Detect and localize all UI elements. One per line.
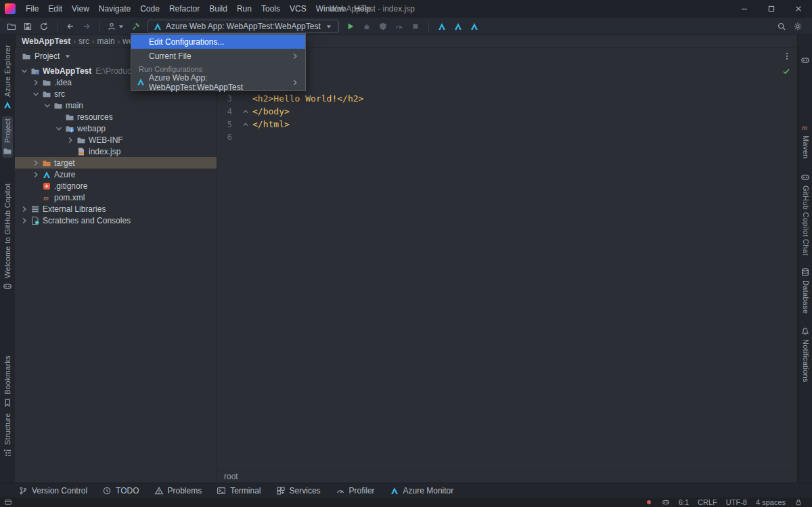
tree-item-main[interactable]: main — [15, 100, 217, 111]
inspections-ok-icon[interactable] — [782, 66, 791, 76]
breadcrumb-webapptest[interactable]: WebAppTest — [22, 37, 70, 46]
fold-marker-icon[interactable] — [241, 120, 250, 129]
tree-item--gitignore[interactable]: .gitignore — [15, 180, 217, 192]
minimize-icon — [740, 4, 749, 14]
editor-line[interactable]: 3<h2>Hello World!</h2> — [217, 92, 797, 105]
toolwindow-button-label: Problems — [168, 486, 202, 495]
breadcrumb-separator: › — [73, 37, 76, 45]
editor-line[interactable]: 5</html> — [217, 118, 797, 131]
tree-item-index-jsp[interactable]: index.jsp — [15, 146, 217, 157]
menu-edit[interactable]: Edit — [43, 0, 67, 18]
tree-item-target[interactable]: target — [15, 157, 217, 169]
line-ending[interactable]: CRLF — [698, 498, 717, 506]
menu-refactor[interactable]: Refactor — [164, 0, 204, 18]
run-button[interactable] — [343, 19, 358, 34]
caret-position[interactable]: 6:1 — [679, 498, 689, 506]
indent-setting[interactable]: 4 spaces — [756, 498, 786, 506]
azure-functions-icon[interactable] — [451, 19, 466, 34]
menu-view[interactable]: View — [67, 0, 94, 18]
menu-item-edit-configurations-[interactable]: Edit Configurations... — [131, 35, 305, 49]
menu-file[interactable]: File — [21, 0, 43, 18]
tool-button-azure-explorer[interactable]: Azure Explorer — [3, 45, 12, 110]
menu-tools[interactable]: Tools — [256, 0, 285, 18]
tool-button-github-copilot-chat[interactable]: GitHub Copilot Chat — [800, 173, 810, 256]
toolwindow-button-problems[interactable]: Problems — [147, 483, 210, 498]
toolwindow-button-azure-monitor[interactable]: Azure Monitor — [382, 483, 461, 498]
tree-item-webapp[interactable]: webapp — [15, 123, 217, 134]
stop-button[interactable] — [408, 19, 423, 34]
breadcrumb-src[interactable]: src — [78, 37, 89, 46]
chevron-down-icon[interactable] — [30, 89, 41, 99]
toolwindow-button-todo[interactable]: TODO — [95, 483, 146, 498]
tree-item-scratches-and-consoles[interactable]: Scratches and Consoles — [15, 215, 217, 226]
tool-button-project[interactable]: Project — [2, 116, 13, 158]
tool-button-maven[interactable]: mMaven — [800, 123, 810, 159]
tool-button-structure[interactable]: Structure — [3, 413, 12, 458]
toolwindow-button-terminal[interactable]: Terminal — [209, 483, 268, 498]
editor-line[interactable]: 6 — [217, 131, 797, 144]
tool-button-database[interactable]: Database — [800, 267, 810, 314]
sync-icon[interactable] — [37, 19, 51, 34]
breadcrumb-separator: › — [118, 37, 120, 45]
editor-options-icon[interactable] — [782, 51, 792, 61]
editor-breadcrumb[interactable]: root — [217, 470, 797, 483]
chevron-right-icon[interactable] — [65, 135, 75, 145]
chevron-right-icon[interactable] — [19, 216, 29, 225]
tool-window-toggle-icon[interactable] — [4, 498, 12, 506]
tree-item-azure[interactable]: Azure — [15, 169, 217, 180]
tool-button-notifications[interactable]: Notifications — [800, 326, 810, 382]
chevron-right-icon[interactable] — [30, 158, 41, 168]
tool-button-label: Notifications — [802, 339, 809, 382]
menu-item-current-file[interactable]: Current File — [131, 49, 305, 63]
azure-explorer-toolbar-icon[interactable] — [434, 19, 449, 34]
copilot-status-icon[interactable] — [662, 498, 670, 506]
build-icon[interactable] — [129, 19, 143, 34]
run-config-label: Azure Web App: WebAppTest:WebAppTest — [166, 22, 321, 31]
editor-line[interactable]: 4</body> — [217, 105, 797, 118]
back-icon[interactable] — [63, 19, 78, 34]
minimize-button[interactable] — [731, 0, 758, 18]
menu-item-azure-web-app-webapptest-webapptest[interactable]: Azure Web App: WebAppTest:WebAppTest — [131, 75, 305, 89]
menu-vcs[interactable]: VCS — [285, 0, 311, 18]
tree-item-external-libraries[interactable]: External Libraries — [15, 203, 217, 215]
run-config-selector[interactable]: Azure Web App: WebAppTest:WebAppTest — [148, 20, 339, 33]
toolwindow-button-version-control[interactable]: Version Control — [11, 483, 95, 498]
tool-button-copilot[interactable] — [800, 56, 810, 65]
tree-item-resources[interactable]: resources — [15, 111, 217, 123]
search-everywhere-icon[interactable] — [774, 19, 789, 34]
forward-icon[interactable] — [79, 19, 94, 34]
save-all-icon[interactable] — [20, 19, 35, 34]
recording-indicator-icon[interactable] — [645, 498, 653, 506]
fold-marker-icon[interactable] — [241, 107, 250, 116]
encoding[interactable]: UTF-8 — [726, 498, 747, 506]
close-button[interactable] — [785, 0, 812, 18]
chevron-right-icon[interactable] — [30, 170, 41, 179]
breadcrumb-root[interactable]: root — [224, 472, 238, 481]
open-project-icon[interactable] — [4, 19, 19, 34]
toolwindow-button-services[interactable]: Services — [269, 483, 328, 498]
breadcrumb-main[interactable]: main — [97, 37, 115, 46]
tool-button-welcome-to-github-copilot[interactable]: Welcome to GitHub Copilot — [3, 183, 12, 291]
toolwindow-button-profiler[interactable]: Profiler — [328, 483, 382, 498]
coverage-button[interactable] — [376, 19, 390, 34]
menu-run[interactable]: Run — [232, 0, 256, 18]
tree-item-pom-xml[interactable]: mpom.xml — [15, 192, 217, 203]
profiler-button[interactable] — [392, 19, 407, 34]
menu-navigate[interactable]: Navigate — [94, 0, 135, 18]
chevron-right-icon[interactable] — [30, 78, 41, 87]
maximize-button[interactable] — [758, 0, 785, 18]
menu-build[interactable]: Build — [204, 0, 232, 18]
chevron-down-icon[interactable] — [19, 66, 29, 76]
run-with-profile-button[interactable] — [106, 19, 127, 34]
azure-storage-icon[interactable] — [467, 19, 482, 34]
tool-button-bookmarks[interactable]: Bookmarks — [3, 355, 12, 407]
debug-button[interactable] — [359, 19, 374, 34]
tree-item-web-inf[interactable]: WEB-INF — [15, 134, 217, 146]
chevron-right-icon[interactable] — [19, 204, 29, 214]
editor[interactable]: 3<h2>Hello World!</h2>4</body>5</html>6 … — [217, 47, 797, 483]
chevron-down-icon[interactable] — [53, 124, 64, 133]
settings-icon[interactable] — [790, 19, 805, 34]
chevron-down-icon[interactable] — [42, 101, 52, 110]
lock-icon[interactable] — [794, 498, 803, 506]
menu-code[interactable]: Code — [135, 0, 164, 18]
